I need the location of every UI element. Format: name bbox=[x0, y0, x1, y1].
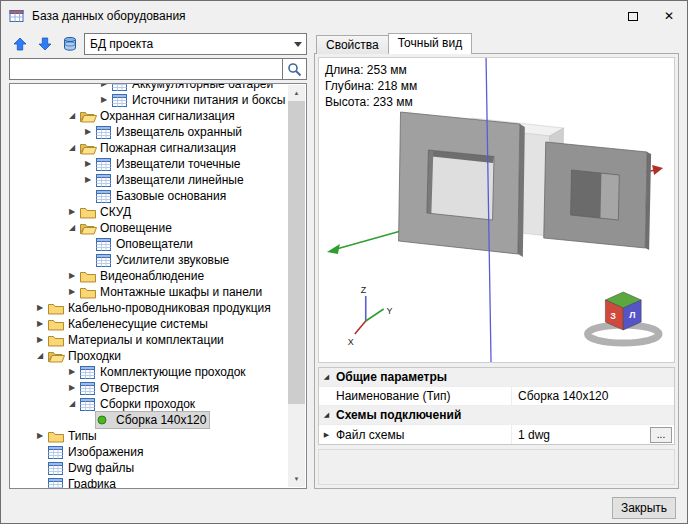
exact-view-tab-page: Длина: 253 ммГлубина: 218 ммВысота: 233 … bbox=[314, 53, 679, 489]
tree-expander-icon[interactable]: ◢ bbox=[64, 220, 80, 236]
table-icon bbox=[96, 158, 114, 171]
tree-scrollbar[interactable]: ▲ ▼ bbox=[288, 85, 305, 487]
tree-item[interactable]: Dwg файлы bbox=[11, 460, 288, 476]
tree-expander-icon[interactable]: ▶ bbox=[32, 300, 48, 316]
tab-properties[interactable]: Свойства bbox=[316, 35, 389, 54]
tree-item-label: Пожарная сигнализация bbox=[98, 141, 236, 155]
tree-item[interactable]: ◢Охранная сигнализация bbox=[11, 108, 288, 124]
tree-item[interactable]: ▶СКУД bbox=[11, 204, 288, 220]
tree-item[interactable]: Изображения bbox=[11, 444, 288, 460]
tree-item[interactable]: Оповещатели bbox=[11, 236, 288, 252]
tree-expander-icon[interactable]: ▶ bbox=[64, 380, 80, 396]
app-icon bbox=[9, 8, 25, 24]
nav-down-button[interactable] bbox=[34, 33, 56, 55]
tree-expander-icon[interactable]: ▶ bbox=[96, 83, 112, 92]
tree-item[interactable]: ▶Типы bbox=[11, 428, 288, 444]
browse-button[interactable]: ... bbox=[650, 427, 672, 443]
tree-item[interactable]: ▶Аккумуляторные батареи bbox=[11, 83, 288, 92]
group-collapse-icon[interactable]: ◢ bbox=[319, 373, 334, 381]
tree-expander-icon[interactable]: ◢ bbox=[64, 108, 80, 124]
property-group-row[interactable]: ◢Общие параметры bbox=[319, 368, 674, 387]
tree-item[interactable]: Усилители звуковые bbox=[11, 252, 288, 268]
tree-expander-icon[interactable]: ▶ bbox=[32, 316, 48, 332]
property-row[interactable]: Наименование (Тип)Сборка 140x120 bbox=[319, 387, 674, 406]
maximize-button[interactable] bbox=[615, 1, 651, 31]
property-value-cell[interactable]: Сборка 140x120 bbox=[512, 387, 674, 405]
tree-item[interactable]: ◢Пожарная сигнализация bbox=[11, 140, 288, 156]
table-icon bbox=[48, 462, 66, 475]
tree-expander-icon[interactable]: ◢ bbox=[64, 140, 80, 156]
property-row[interactable]: ▶Файл схемы1 dwg... bbox=[319, 425, 674, 444]
tree-item[interactable]: ◢Оповещение bbox=[11, 220, 288, 236]
property-group-label: Схемы подключений bbox=[334, 406, 674, 424]
folder-icon bbox=[48, 430, 66, 443]
dialog-footer: Закрыть bbox=[1, 493, 687, 523]
tree-item[interactable]: ▶Источники питания и боксы bbox=[11, 92, 288, 108]
tree-item[interactable]: Сборка 140x120 bbox=[11, 412, 288, 428]
tree-item-label: Кабельно-проводниковая продукция bbox=[66, 301, 271, 315]
tree-item[interactable]: ▶Видеонаблюдение bbox=[11, 268, 288, 284]
group-collapse-icon[interactable]: ◢ bbox=[319, 411, 334, 419]
tree-item[interactable]: ▶Извещатели точечные bbox=[11, 156, 288, 172]
tree-expander-icon[interactable]: ▶ bbox=[32, 332, 48, 348]
tree-item[interactable]: ▶Извещатель охранный bbox=[11, 124, 288, 140]
tree-item[interactable]: ◢Сборки проходок bbox=[11, 396, 288, 412]
tree-item-label: Оповещение bbox=[98, 221, 172, 235]
search-input[interactable] bbox=[9, 58, 282, 80]
folder-open-icon bbox=[80, 222, 98, 235]
tree-item[interactable]: ▶Отверстия bbox=[11, 380, 288, 396]
tree-item[interactable]: ▶Кабельно-проводниковая продукция bbox=[11, 300, 288, 316]
x-axis-label: X bbox=[348, 337, 354, 347]
scroll-down-icon[interactable]: ▼ bbox=[288, 471, 305, 487]
tree-item[interactable]: ▶Монтажные шкафы и панели bbox=[11, 284, 288, 300]
property-value-cell[interactable]: 1 dwg... bbox=[512, 425, 674, 444]
search-button[interactable] bbox=[282, 58, 307, 80]
tree-expander-icon[interactable]: ▶ bbox=[80, 156, 96, 172]
tree-item-label: Извещатели линейные bbox=[114, 173, 244, 187]
tree-expander-icon[interactable]: ▶ bbox=[64, 364, 80, 380]
scroll-up-icon[interactable]: ▲ bbox=[288, 85, 305, 101]
property-description-box bbox=[318, 449, 675, 485]
table-icon bbox=[112, 83, 130, 91]
tree-item-label: Базовые основания bbox=[114, 189, 226, 203]
close-button[interactable]: ✕ bbox=[651, 1, 687, 31]
table-icon bbox=[48, 446, 66, 459]
tree-item-label: Видеонаблюдение bbox=[98, 269, 204, 283]
dot-icon bbox=[96, 414, 114, 426]
tree-expander-icon[interactable]: ▶ bbox=[64, 268, 80, 284]
tree-expander-icon[interactable]: ▶ bbox=[32, 428, 48, 444]
tree-expander-icon[interactable]: ◢ bbox=[64, 396, 80, 412]
nav-up-button[interactable] bbox=[9, 33, 31, 55]
tree-item[interactable]: Базовые основания bbox=[11, 188, 288, 204]
tab-exact-view[interactable]: Точный вид bbox=[388, 33, 472, 54]
tree-item-label: Сборка 140x120 bbox=[114, 413, 206, 427]
row-expander-icon[interactable]: ▶ bbox=[319, 431, 334, 439]
tree-item[interactable]: ▶Кабеленесущие системы bbox=[11, 316, 288, 332]
tree-item-label: Охранная сигнализация bbox=[98, 109, 235, 123]
tree-item[interactable]: ▶Извещатели линейные bbox=[11, 172, 288, 188]
tree-item[interactable]: Графика bbox=[11, 476, 288, 489]
tree-expander-icon[interactable]: ▶ bbox=[80, 124, 96, 140]
tree-item[interactable]: ▶Материалы и комплектации bbox=[11, 332, 288, 348]
tree-expander-icon[interactable]: ▶ bbox=[64, 284, 80, 300]
database-icon bbox=[62, 36, 78, 52]
titlebar[interactable]: База данных оборудования ✕ bbox=[1, 1, 687, 31]
tree-item[interactable]: ▶Комплектующие проходок bbox=[11, 364, 288, 380]
property-name: Наименование (Тип) bbox=[334, 387, 512, 405]
tree-item[interactable]: ◢Проходки bbox=[11, 348, 288, 364]
tree-expander-icon[interactable]: ▶ bbox=[96, 92, 112, 108]
3d-viewport[interactable]: Длина: 253 ммГлубина: 218 ммВысота: 233 … bbox=[318, 57, 675, 363]
database-source-button[interactable] bbox=[59, 33, 81, 55]
search-icon bbox=[287, 62, 302, 77]
view-cube[interactable]: З Л bbox=[587, 292, 659, 343]
scrollbar-thumb[interactable] bbox=[288, 101, 305, 404]
database-select[interactable]: БД проекта bbox=[84, 33, 307, 55]
chevron-down-icon[interactable] bbox=[289, 34, 306, 54]
close-dialog-button[interactable]: Закрыть bbox=[612, 497, 676, 519]
property-group-row[interactable]: ◢Схемы подключений bbox=[319, 406, 674, 425]
scroll-track[interactable] bbox=[288, 101, 305, 471]
tree-expander-icon[interactable]: ◢ bbox=[32, 348, 48, 364]
tree-item-label: Оповещатели bbox=[114, 237, 193, 251]
tree-expander-icon[interactable]: ▶ bbox=[64, 204, 80, 220]
tree-expander-icon[interactable]: ▶ bbox=[80, 172, 96, 188]
